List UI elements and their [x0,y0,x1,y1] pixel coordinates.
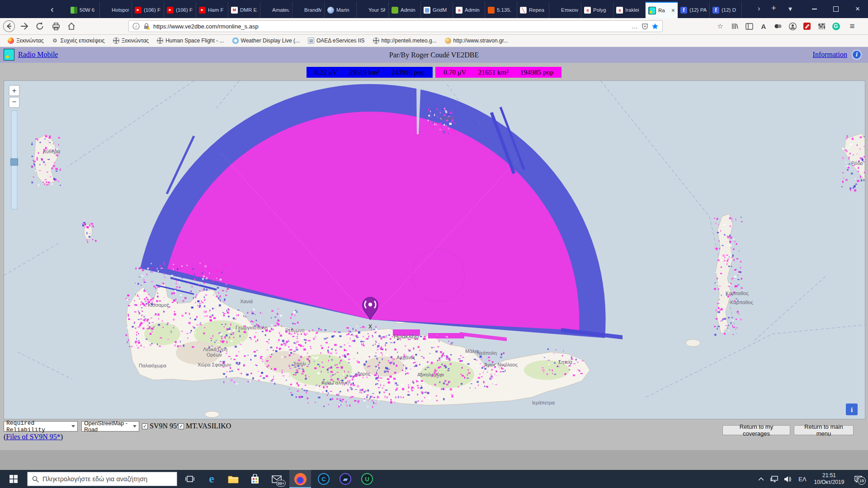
site-info-icon[interactable]: i [132,23,140,30]
tab-label: 50W 6 [80,7,97,13]
privacy-extension-icon[interactable] [772,21,784,32]
browser-tab[interactable]: Επικοινων [549,2,581,18]
list-all-tabs-icon[interactable]: ▾ [788,5,792,13]
information-link[interactable]: Information [813,51,847,59]
browser-tab[interactable]: Hotspots [100,2,132,18]
browser-tab[interactable]: Your Shop [357,2,389,18]
bookmark-outline-icon[interactable]: ☆ [714,21,726,32]
tray-expand-icon[interactable] [754,470,768,488]
adblock-extension-icon[interactable] [801,21,813,32]
ccleaner-icon[interactable]: C [313,470,335,488]
file-explorer-icon[interactable] [222,470,244,488]
bookmark-item[interactable]: http://www.stravon.gr... [442,37,511,45]
padlock-warning-icon[interactable] [143,23,150,30]
files-link[interactable]: Files of SV9N 95* [6,433,60,441]
url-text[interactable]: https://www.ve2dbe.com/rmonline_s.asp [153,23,628,30]
print-icon[interactable] [50,20,62,33]
return-coverages-button[interactable]: Return to my coverages [722,425,790,435]
reliability-select[interactable]: Required Reliability [4,421,78,432]
driver-booster-icon[interactable]: ▰ [335,470,356,488]
browser-tab[interactable]: (12) PA [678,2,710,18]
translate-extension-icon[interactable]: A [758,21,769,32]
zoom-out-glyph[interactable]: − [12,98,17,106]
youtube-icon [199,7,206,14]
bookmark-item[interactable]: Ξεκινώντας [5,37,47,45]
browser-tab[interactable]: (12) D [710,2,742,18]
browser-tab[interactable]: Repea [517,2,549,18]
back-icon[interactable] [3,20,15,33]
browser-tab[interactable]: Ham F [196,2,228,18]
abacus-extension-icon[interactable] [816,21,827,32]
radiomobile-icon [648,7,656,14]
browser-tab[interactable]: BrandMeis [292,2,325,18]
browser-tab-bar: ‹ 50W 6Hotspots(106) F(106) FHam FDMR EA… [0,0,868,18]
bookmark-star-icon[interactable] [651,23,659,30]
network-icon[interactable] [768,470,781,488]
browser-tab[interactable]: Marin [325,2,357,18]
mail-icon[interactable]: 99+ [266,470,288,488]
clock[interactable]: 21:51 10/Οκτ/2019 [810,472,848,486]
site-checkbox[interactable] [142,423,148,429]
site-checkbox-label: SV9N 95* [150,422,180,430]
taskbar-search-input[interactable]: Πληκτρολογήστε εδώ για αναζήτηση [27,472,177,486]
browser-tab[interactable]: Polyg [581,2,613,18]
chevron-down-icon [133,425,137,427]
home-icon[interactable] [65,20,78,33]
bookmark-item[interactable]: Human Space Flight - ... [154,37,227,45]
tab-close-icon[interactable]: × [671,7,675,14]
facebook-icon [712,7,719,14]
browser-tab[interactable]: Ra× [646,2,678,18]
reload-icon[interactable] [33,20,46,33]
browser-tab[interactable]: Admin [453,2,485,18]
scroll-tabs-left-icon[interactable]: ‹ [51,4,54,14]
browser-tab[interactable]: (106) F [132,2,164,18]
edge-icon[interactable]: e [201,470,222,488]
bookmark-label: Ξεκινώντας [122,38,149,44]
browser-tab[interactable]: Admin [389,2,421,18]
pocket-icon[interactable] [642,23,648,30]
info-circle-icon[interactable]: i [852,50,862,60]
library-icon[interactable] [729,21,741,32]
minimize-button[interactable] [804,0,825,18]
bookmark-item[interactable]: http://penteli.meteo.g... [370,37,440,45]
tab-label: (106) F [176,7,193,13]
language-indicator[interactable]: ΕΛ [795,476,810,483]
firefox-icon[interactable] [289,470,311,488]
url-bar[interactable]: i https://www.ve2dbe.com/rmonline_s.asp … [128,20,663,32]
iobit-uninstaller-icon[interactable]: U [356,470,378,488]
volume-icon[interactable] [781,470,795,488]
browser-tab[interactable]: GridM [421,2,453,18]
bookmark-item[interactable]: Συχνές επισκέψεις [48,37,108,45]
bookmark-item[interactable]: Weather Display Live (... [229,37,303,45]
bookmark-item[interactable]: ΟΑΕΔ eServices IIS [305,37,368,45]
forward-icon[interactable] [18,20,31,33]
page-actions-icon[interactable]: … [632,23,638,30]
account-icon[interactable] [787,21,798,32]
sidebar-icon[interactable] [743,21,755,32]
bglobe-icon [373,38,379,44]
zoom-slider-handle[interactable] [11,159,18,165]
browser-tab[interactable]: (106) F [164,2,196,18]
basemap-select[interactable]: OpenStreetMap - Road [81,421,139,432]
browser-tab[interactable]: 5.135. [485,2,517,18]
scroll-tabs-right-icon[interactable]: › [758,5,760,13]
close-button[interactable]: × [847,0,868,18]
grammarly-extension-icon[interactable]: G [830,21,842,32]
bookmark-item[interactable]: Ξεκινώντας [110,37,152,45]
start-button[interactable] [0,470,27,488]
coverage-map[interactable]: ΚύθηραΦηράΡόδοΚαρπαθοςΚάρπαθοςΚίσσαμοςΧα… [4,80,865,419]
browser-tab[interactable]: 50W 6 [68,2,100,18]
store-icon[interactable] [244,470,266,488]
browser-tab[interactable]: DMR E [228,2,260,18]
browser-tab[interactable]: Amateur D [260,2,292,18]
notification-center-icon[interactable]: 19 [848,470,868,488]
new-tab-button[interactable]: + [771,3,776,13]
unit-checkbox[interactable] [178,423,184,429]
menu-hamburger-icon[interactable]: ≡ [846,21,858,32]
map-info-button[interactable]: i [846,404,858,415]
return-mainmenu-button[interactable]: Return to main menu [794,425,854,435]
zoom-in-glyph[interactable]: + [12,86,17,95]
browser-tab[interactable]: Iraklei [613,2,646,18]
maximize-button[interactable] [826,0,846,18]
task-view-icon[interactable] [179,470,201,488]
